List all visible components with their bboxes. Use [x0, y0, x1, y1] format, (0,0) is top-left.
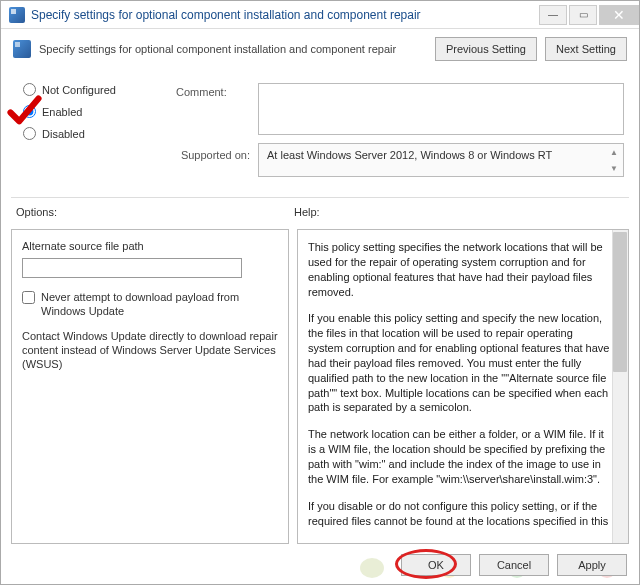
close-button[interactable]: ✕ [599, 5, 639, 25]
supported-on-value: At least Windows Server 2012, Windows 8 … [258, 143, 624, 177]
policy-description: Specify settings for optional component … [39, 43, 427, 55]
never-download-checkbox[interactable] [22, 291, 35, 304]
next-setting-button[interactable]: Next Setting [545, 37, 627, 61]
contact-wu-label: Contact Windows Update directly to downl… [22, 329, 278, 372]
radio-not-configured[interactable]: Not Configured [23, 83, 153, 96]
radio-enabled-input[interactable] [23, 105, 36, 118]
decorative-smudge [360, 558, 384, 578]
supported-on-label: Supported on: [176, 143, 258, 161]
radio-enabled-label: Enabled [42, 106, 82, 118]
help-paragraph-2: If you enable this policy setting and sp… [308, 311, 610, 415]
options-heading: Options: [16, 206, 294, 218]
contact-wu-text: Contact Windows Update directly to downl… [22, 329, 278, 372]
maximize-button[interactable]: ▭ [569, 5, 597, 25]
policy-icon [13, 40, 31, 58]
help-paragraph-4: If you disable or do not configure this … [308, 499, 610, 529]
alt-source-path-input[interactable] [22, 258, 242, 278]
help-paragraph-1: This policy setting specifies the networ… [308, 240, 610, 299]
policy-dialog: Specify settings for optional component … [0, 0, 640, 585]
never-download-checkbox-row[interactable]: Never attempt to download payload from W… [22, 290, 278, 319]
alt-source-path-label: Alternate source file path [22, 240, 278, 252]
help-paragraph-3: The network location can be either a fol… [308, 427, 610, 486]
separator [11, 197, 629, 198]
radio-not-configured-label: Not Configured [42, 84, 116, 96]
previous-setting-button[interactable]: Previous Setting [435, 37, 537, 61]
comment-label: Comment: [176, 83, 258, 98]
comment-textarea[interactable] [258, 83, 624, 135]
scroll-down-icon[interactable]: ▼ [607, 161, 621, 175]
help-scrollbar[interactable] [612, 230, 628, 543]
app-icon [9, 7, 25, 23]
help-panel: This policy setting specifies the networ… [297, 229, 629, 544]
radio-disabled-input[interactable] [23, 127, 36, 140]
supported-on-text: At least Windows Server 2012, Windows 8 … [267, 149, 552, 161]
never-download-label: Never attempt to download payload from W… [41, 290, 278, 319]
cancel-button[interactable]: Cancel [479, 554, 549, 576]
state-radio-group: Not Configured Enabled Disabled [23, 83, 153, 149]
radio-disabled-label: Disabled [42, 128, 85, 140]
help-scrollbar-thumb[interactable] [613, 232, 627, 372]
help-heading: Help: [294, 206, 624, 218]
apply-button[interactable]: Apply [557, 554, 627, 576]
scroll-up-icon[interactable]: ▲ [607, 145, 621, 159]
minimize-button[interactable]: — [539, 5, 567, 25]
header-row: Specify settings for optional component … [1, 29, 639, 69]
dialog-buttons: OK Cancel Apply [401, 554, 627, 576]
window-title: Specify settings for optional component … [31, 8, 537, 22]
options-panel: Alternate source file path Never attempt… [11, 229, 289, 544]
radio-disabled[interactable]: Disabled [23, 127, 153, 140]
ok-button[interactable]: OK [401, 554, 471, 576]
radio-not-configured-input[interactable] [23, 83, 36, 96]
titlebar: Specify settings for optional component … [1, 1, 639, 29]
radio-enabled[interactable]: Enabled [23, 105, 153, 118]
